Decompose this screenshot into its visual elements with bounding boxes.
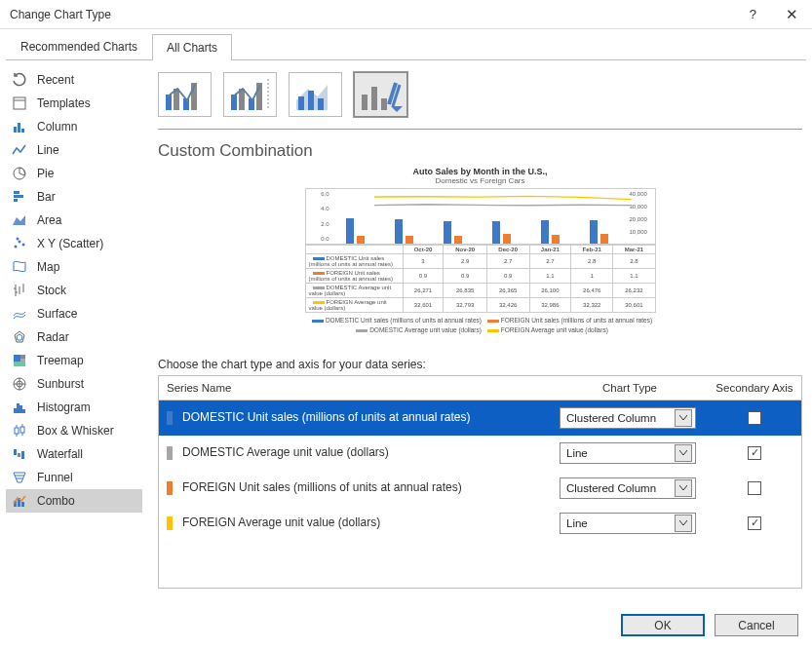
- sidebar-item-area[interactable]: Area: [6, 209, 142, 232]
- sidebar-item-label: Surface: [37, 307, 77, 321]
- sidebar-item-funnel[interactable]: Funnel: [6, 466, 142, 489]
- series-header-axis: Secondary Axis: [708, 376, 801, 401]
- svg-rect-51: [231, 95, 237, 110]
- sidebar-item-waterfall[interactable]: Waterfall: [6, 442, 142, 466]
- svg-rect-58: [318, 98, 324, 110]
- sidebar-item-surface[interactable]: Surface: [6, 302, 142, 325]
- sidebar-item-sunburst[interactable]: Sunburst: [6, 372, 142, 396]
- chart-preview: Auto Sales by Month in the U.S., Domesti…: [305, 167, 656, 336]
- sidebar-item-label: Line: [37, 143, 59, 157]
- sidebar-item-radar[interactable]: Radar: [6, 325, 142, 349]
- map-icon: [12, 259, 27, 275]
- sidebar-item-label: X Y (Scatter): [37, 237, 103, 250]
- chart-type-dropdown[interactable]: Line: [560, 513, 696, 534]
- combo-subtype-3[interactable]: [289, 72, 342, 117]
- funnel-icon: [12, 470, 27, 485]
- svg-point-9: [15, 246, 18, 248]
- sidebar-item-histogram[interactable]: Histogram: [6, 396, 142, 419]
- sidebar-item-box-whisker[interactable]: Box & Whisker: [6, 419, 142, 442]
- help-button[interactable]: ?: [742, 5, 764, 23]
- sidebar-item-label: Templates: [37, 96, 91, 110]
- chart-title: Auto Sales by Month in the U.S.,: [305, 167, 656, 176]
- combo-subtype-2[interactable]: [223, 72, 277, 117]
- svg-rect-31: [22, 409, 25, 413]
- secondary-axis-checkbox[interactable]: ✓: [748, 516, 761, 530]
- svg-rect-32: [15, 428, 19, 434]
- chart-type-dropdown[interactable]: Clustered Column: [560, 407, 696, 429]
- chart-subtitle: Domestic vs Foreign Cars: [305, 176, 656, 185]
- surface-icon: [12, 306, 27, 322]
- sidebar-item-bar[interactable]: Bar: [6, 185, 142, 209]
- svg-marker-41: [14, 473, 25, 482]
- column-icon: [12, 119, 27, 134]
- secondary-axis-checkbox[interactable]: [748, 481, 761, 495]
- bar-icon: [12, 189, 27, 205]
- templates-icon: [12, 95, 27, 111]
- sidebar-item-treemap[interactable]: Treemap: [6, 349, 142, 372]
- series-row[interactable]: FOREIGN Unit sales (millions of units at…: [159, 471, 801, 506]
- svg-rect-22: [20, 359, 25, 362]
- sidebar-item-line[interactable]: Line: [6, 138, 142, 162]
- series-row[interactable]: DOMESTIC Average unit value (dollars)Lin…: [159, 436, 801, 471]
- series-row[interactable]: DOMESTIC Unit sales (millions of units a…: [159, 401, 801, 436]
- combo-subtype-1[interactable]: [158, 72, 212, 117]
- sidebar-item-label: Funnel: [37, 471, 73, 484]
- svg-rect-28: [14, 408, 17, 413]
- combo-icon: [12, 493, 27, 509]
- sidebar-item-column[interactable]: Column: [6, 115, 142, 138]
- scatter-icon: [12, 236, 27, 251]
- chart-type-dropdown[interactable]: Clustered Column: [560, 477, 696, 499]
- cancel-button[interactable]: Cancel: [715, 614, 798, 636]
- sidebar-item-label: Pie: [37, 167, 54, 180]
- series-swatch: [167, 446, 173, 460]
- series-swatch: [167, 516, 173, 530]
- svg-rect-57: [308, 91, 314, 110]
- sidebar-item-x-y-scatter-[interactable]: X Y (Scatter): [6, 232, 142, 255]
- series-header-name: Series Name: [159, 376, 552, 401]
- svg-rect-30: [19, 405, 22, 413]
- radar-icon: [12, 329, 27, 345]
- sidebar-item-map[interactable]: Map: [6, 255, 142, 279]
- combo-subtype-4[interactable]: [354, 72, 407, 117]
- svg-rect-6: [14, 191, 19, 194]
- box-icon: [12, 423, 27, 439]
- sidebar-item-combo[interactable]: Combo: [6, 489, 142, 513]
- svg-marker-19: [17, 334, 22, 340]
- svg-rect-39: [18, 453, 20, 457]
- area-icon: [12, 212, 27, 228]
- sidebar-item-pie[interactable]: Pie: [6, 162, 142, 185]
- secondary-axis-checkbox[interactable]: [748, 411, 761, 425]
- series-name: DOMESTIC Average unit value (dollars): [182, 445, 389, 459]
- chevron-down-icon: [675, 409, 692, 427]
- svg-rect-40: [21, 451, 24, 459]
- svg-rect-38: [14, 449, 17, 455]
- tab-all[interactable]: All Charts: [152, 34, 232, 60]
- ok-button[interactable]: OK: [621, 614, 705, 636]
- chart-type-dropdown[interactable]: Line: [560, 442, 696, 464]
- svg-point-11: [22, 244, 25, 247]
- svg-rect-47: [166, 95, 172, 110]
- sidebar-item-label: Area: [37, 213, 61, 227]
- svg-rect-0: [14, 97, 25, 109]
- series-row[interactable]: FOREIGN Average unit value (dollars)Line…: [159, 506, 801, 541]
- sidebar-item-label: Sunburst: [37, 377, 84, 391]
- sidebar-item-recent[interactable]: Recent: [6, 68, 142, 92]
- secondary-axis-checkbox[interactable]: ✓: [748, 446, 761, 460]
- stock-icon: [12, 283, 27, 298]
- sidebar-item-label: Stock: [37, 284, 66, 297]
- series-swatch: [167, 481, 173, 495]
- sidebar-item-templates[interactable]: Templates: [6, 92, 142, 115]
- sidebar-item-stock[interactable]: Stock: [6, 279, 142, 302]
- svg-rect-4: [21, 129, 24, 133]
- svg-rect-8: [14, 199, 18, 202]
- svg-rect-21: [20, 355, 25, 359]
- close-button[interactable]: ✕: [778, 4, 806, 25]
- sidebar-item-label: Recent: [37, 73, 74, 87]
- tab-recommended[interactable]: Recommended Charts: [6, 33, 152, 59]
- sidebar-item-label: Map: [37, 260, 59, 274]
- waterfall-icon: [12, 446, 27, 462]
- heading: Custom Combination: [158, 141, 802, 161]
- svg-rect-7: [14, 195, 23, 198]
- series-name: FOREIGN Unit sales (millions of units at…: [182, 480, 462, 494]
- series-header-type: Chart Type: [552, 376, 708, 401]
